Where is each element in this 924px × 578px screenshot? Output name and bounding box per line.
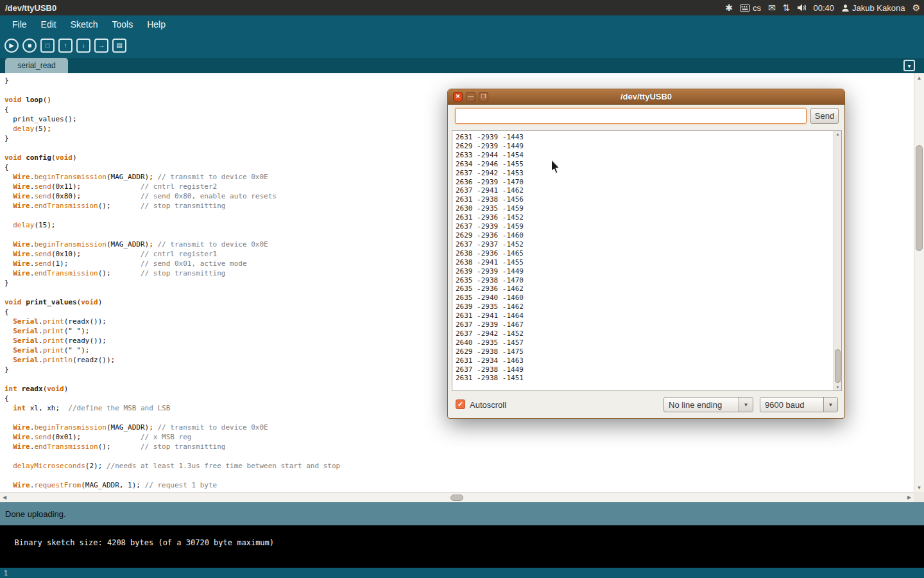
autoscroll-checkbox[interactable]: ✓: [456, 399, 465, 409]
serial-monitor-button[interactable]: ▤: [112, 39, 126, 53]
close-icon: ✕: [456, 94, 461, 100]
code-line: Wire.beginTransmission(MAG_ADDR); // tra…: [4, 423, 914, 432]
menu-tools[interactable]: Tools: [107, 17, 139, 32]
volume-indicator[interactable]: [797, 4, 806, 12]
autoscroll-label: Autoscroll: [470, 400, 506, 410]
toolbar: ▶ ■ □ ↑ ↓ → ▤: [0, 33, 924, 58]
check-icon: ✓: [458, 400, 463, 408]
dropdown-arrow-icon[interactable]: ▼: [739, 398, 753, 412]
up-arrow-icon: ↑: [64, 42, 67, 49]
baud-rate-value: 9600 baud: [760, 398, 823, 412]
keyboard-layout-indicator[interactable]: cs: [740, 3, 761, 13]
save-sketch-button[interactable]: ↓: [76, 39, 90, 53]
code-line: }: [4, 76, 914, 85]
system-tray: ✱ cs ✉ ⇅ 00:40 Jakub Kakona ⚙: [725, 0, 920, 15]
editor-vertical-scrollbar[interactable]: ▲ ▼: [914, 73, 924, 492]
chevron-down-icon: ▾: [907, 62, 911, 69]
system-panel: /dev/ttyUSB0 ✱ cs ✉ ⇅ 00:40 Jakub Kakona…: [0, 0, 924, 15]
menu-help[interactable]: Help: [141, 17, 171, 32]
console-output: Binary sketch size: 4208 bytes (of a 307…: [14, 538, 274, 547]
serial-output-scrollbar[interactable]: ▲ ▼: [834, 131, 841, 390]
session-menu[interactable]: ⚙: [912, 3, 920, 12]
serial-output-area[interactable]: 2631 -2939 -1443 2629 -2939 -1449 2633 -…: [452, 130, 842, 391]
scrollbar-corner: [914, 492, 924, 502]
stop-icon: ■: [28, 42, 31, 49]
code-line: Wire.send(0x01); // x MSB reg: [4, 432, 914, 442]
verify-button[interactable]: ▶: [4, 39, 19, 53]
scroll-left-icon[interactable]: ◀: [0, 493, 9, 502]
serial-monitor-window: /dev/ttyUSB0 ✕ — ❐ Send 2631 -2939 -1443…: [447, 89, 845, 419]
network-indicator[interactable]: ⇅: [783, 3, 791, 12]
menu-sketch[interactable]: Sketch: [65, 17, 104, 32]
keyboard-icon: [740, 4, 750, 12]
send-button[interactable]: Send: [810, 108, 839, 124]
mail-icon: ✉: [768, 3, 776, 12]
serial-output-text: 2631 -2939 -1443 2629 -2939 -1449 2633 -…: [452, 131, 834, 390]
user-icon: [841, 4, 850, 12]
monitor-icon: ▤: [116, 42, 122, 49]
clock[interactable]: 00:40: [813, 3, 834, 13]
line-number-bar: 1: [0, 568, 924, 578]
down-arrow-icon: ↓: [82, 42, 85, 49]
line-ending-dropdown[interactable]: No line ending ▼: [663, 397, 753, 412]
serial-monitor-title: /dev/ttyUSB0: [448, 92, 844, 101]
menu-edit[interactable]: Edit: [35, 17, 62, 32]
code-line: delayMicroseconds(2); //needs at least 1…: [4, 461, 914, 471]
stop-button[interactable]: ■: [22, 39, 37, 53]
indicator-applet-icon[interactable]: ✱: [725, 3, 733, 12]
code-line: [4, 471, 914, 480]
editor-vscroll-thumb[interactable]: [916, 145, 923, 251]
menu-bar: File Edit Sketch Tools Help: [0, 15, 924, 33]
serial-send-input[interactable]: [455, 108, 807, 124]
line-ending-value: No line ending: [664, 398, 739, 412]
window-controls: ✕ — ❐: [453, 92, 488, 101]
minimize-button[interactable]: —: [466, 92, 475, 101]
username-label: Jakub Kakona: [852, 3, 905, 13]
open-sketch-button[interactable]: ↑: [58, 39, 73, 53]
editor-horizontal-scrollbar[interactable]: ◀ ▶: [0, 492, 914, 502]
tab-bar: serial_read ▾: [0, 58, 924, 73]
gear-icon: ⚙: [912, 3, 920, 12]
code-line: Wire.requestFrom(MAG_ADDR, 1); // reques…: [4, 480, 914, 490]
network-arrows-icon: ⇅: [783, 3, 791, 12]
new-sketch-button[interactable]: □: [40, 39, 55, 53]
dropdown-arrow-icon[interactable]: ▼: [823, 398, 837, 412]
focused-window-title: /dev/ttyUSB0: [5, 3, 56, 13]
serial-monitor-controls: ✓ Autoscroll No line ending ▼ 9600 baud …: [448, 396, 844, 413]
mouse-cursor: [551, 159, 561, 177]
code-line: Wire.endTransmission(); // stop transmit…: [4, 442, 914, 451]
maximize-button[interactable]: ❐: [479, 92, 488, 101]
keyboard-layout-label: cs: [753, 3, 761, 13]
status-message: Done uploading.: [5, 509, 66, 519]
baud-rate-dropdown[interactable]: 9600 baud ▼: [760, 397, 838, 412]
new-document-icon: □: [46, 42, 49, 49]
scroll-up-icon[interactable]: ▲: [834, 131, 841, 137]
scroll-down-icon[interactable]: ▼: [914, 483, 924, 492]
close-button[interactable]: ✕: [453, 92, 463, 101]
menu-file[interactable]: File: [6, 17, 33, 32]
scroll-right-icon[interactable]: ▶: [905, 493, 914, 502]
session-user-menu[interactable]: Jakub Kakona: [841, 3, 905, 13]
tab-menu-button[interactable]: ▾: [903, 60, 915, 71]
editor-hscroll-thumb[interactable]: [450, 495, 463, 501]
tab-serial-read[interactable]: serial_read: [5, 58, 68, 73]
play-icon: ▶: [9, 42, 14, 49]
speaker-icon: [797, 4, 806, 12]
minimize-icon: —: [468, 94, 474, 100]
serial-monitor-titlebar[interactable]: /dev/ttyUSB0 ✕ — ❐: [448, 89, 844, 105]
status-bar: Done uploading.: [0, 502, 924, 525]
scroll-down-icon[interactable]: ▼: [834, 384, 841, 390]
maximize-icon: ❐: [481, 94, 486, 100]
current-line-number: 1: [4, 569, 8, 577]
messaging-menu[interactable]: ✉: [768, 3, 776, 12]
upload-button[interactable]: →: [94, 39, 108, 53]
serial-scroll-thumb[interactable]: [835, 349, 841, 383]
scroll-up-icon[interactable]: ▲: [914, 73, 924, 82]
build-console: Binary sketch size: 4208 bytes (of a 307…: [0, 525, 924, 568]
code-line: [4, 451, 914, 461]
right-arrow-icon: →: [98, 42, 105, 49]
